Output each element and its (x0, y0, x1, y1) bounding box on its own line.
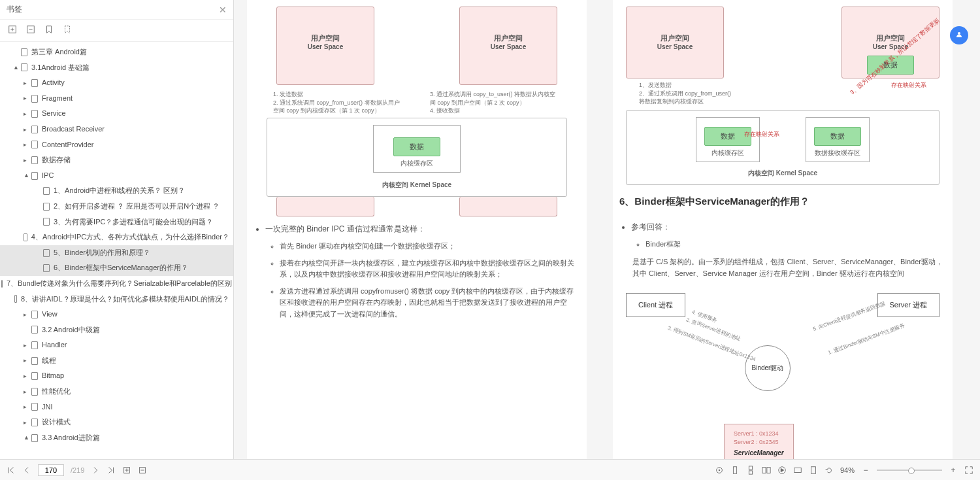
bookmark-item[interactable]: 6、Binder框架中ServiceManager的作用？ (0, 260, 233, 276)
bookmark-item[interactable]: ▸Bitmap (0, 368, 233, 384)
bookmark-item[interactable]: 3、为何需要IPC？多进程通信可能会出现的问题？ (0, 214, 233, 230)
bookmark-item[interactable]: 3.2 Android中级篇 (0, 322, 233, 338)
single-page-icon[interactable] (730, 466, 740, 475)
page-right: 用户空间 User Space 用户空间 User Space 数据 3、因为存… (613, 0, 953, 459)
framework-desc: 是基于 C/S 架构的。由一系列的组件组成，包括 Client、Server、S… (619, 256, 946, 280)
collapse-all-icon[interactable] (26, 25, 35, 36)
bookmark-item[interactable]: 8、讲讲AIDL？原理是什么？如何优化多模块都使用AIDL的情况？ (0, 292, 233, 307)
zoom-value: 94% (840, 466, 855, 474)
bookmark-item[interactable]: ▸Service (0, 106, 233, 122)
svg-rect-10 (767, 467, 770, 473)
fullscreen-icon[interactable] (964, 466, 973, 475)
next-page-icon[interactable] (91, 466, 100, 475)
bookmark-item[interactable]: ▸Handler (0, 337, 233, 353)
zoom-slider[interactable] (877, 470, 942, 471)
sm-entry: Server1 : 0x1234 (734, 430, 784, 438)
userspace-sub: User Space (657, 43, 693, 50)
arrow-label: 5. 向Client进程提供服务返回数据 (811, 300, 886, 332)
userspace-label: 用户空间 (661, 33, 689, 43)
ipc-intro: 一次完整的 Binder IPC 通信过程通常是这样： (265, 223, 580, 235)
bookmark-icon[interactable] (44, 25, 54, 36)
kernel-buffer-label: 内核缓存区 (704, 148, 751, 158)
fit-page-icon[interactable] (809, 466, 818, 475)
page-left: 用户空间 User Space 用户空间 User Space 1. 发送数据 … (247, 0, 587, 459)
recv-buffer-label: 数据接收缓存区 (814, 148, 861, 158)
bookmark-item[interactable]: ▲IPC (0, 168, 233, 184)
kernel-box: 数据 内核缓存区 数据 数据接收缓存区 存在映射关系 内核空间 Kernel S… (626, 110, 939, 185)
sidebar-title: 书签 (7, 4, 22, 15)
userspace-sub: User Space (308, 43, 343, 50)
bookmark-item[interactable]: ▸数据存储 (0, 152, 233, 168)
document-viewport[interactable]: 用户空间 User Space 用户空间 User Space 1. 发送数据 … (234, 0, 980, 459)
svg-rect-13 (811, 466, 815, 473)
sm-label: ServiceManager (734, 449, 784, 458)
binder-framework-label: Binder框架 (645, 239, 946, 250)
diagram-note-left: 1. 发送数据 2. 通过系统调用 copy_from_user() 将数据从用… (273, 90, 404, 115)
bookmark-item[interactable]: ▸设计模式 (0, 415, 233, 430)
bookmark-item[interactable]: ▲3.3 Android进阶篇 (0, 430, 233, 446)
bookmark-item[interactable]: ▸Broadcast Receiver (0, 122, 233, 137)
play-icon[interactable] (777, 466, 787, 475)
fit-width-icon[interactable] (793, 466, 802, 475)
svg-rect-7 (749, 466, 752, 469)
svg-point-5 (719, 470, 720, 471)
data-label: 数据 (814, 127, 861, 146)
svg-rect-12 (794, 468, 802, 472)
userspace-label: 用户空间 (494, 33, 523, 43)
bookmark-item[interactable]: ▸Activity (0, 75, 233, 91)
bookmark-item[interactable]: ▸线程 (0, 353, 233, 369)
bookmark-item[interactable]: 7、Bundle传递对象为什么需要序列化？Serialzable和Parcela… (0, 276, 233, 292)
mapping-annotation: 存在映射关系 (744, 130, 779, 139)
rotate-icon[interactable] (825, 466, 834, 475)
bookmark-item[interactable]: ▸性能优化 (0, 384, 233, 400)
binder-driver-circle: Binder驱动 (745, 345, 791, 391)
ref-answer: 参考回答： (631, 221, 946, 233)
page-input[interactable] (38, 464, 64, 476)
bookmark-item[interactable]: 2、如何开启多进程 ？ 应用是否可以开启N个进程 ？ (0, 199, 233, 214)
bookmark-item[interactable]: ▸ContentProvider (0, 137, 233, 153)
bookmark-item[interactable]: ▸Fragment (0, 91, 233, 107)
section-heading: 6、Binder框架中ServiceManager的作用？ (619, 196, 946, 208)
bookmark-alt-icon[interactable] (63, 25, 72, 36)
bookmark-item[interactable]: 第三章 Android篇 (0, 44, 233, 60)
first-page-icon[interactable] (7, 466, 16, 475)
userspace-label: 用户空间 (876, 33, 905, 43)
view-mode-icon[interactable] (715, 466, 724, 475)
kernel-box: 数据 内核缓存区 内核空间 Kernel Space (267, 118, 567, 197)
last-page-icon[interactable] (106, 466, 116, 475)
arrow-label: 1. 通过Binder驱动向SM中注册服务 (827, 322, 906, 356)
sm-entry: Server2 : 0x2345 (734, 438, 784, 447)
two-page-icon[interactable] (762, 466, 771, 475)
userspace-label: 用户空间 (311, 33, 340, 43)
kernel-buffer-label: 内核缓存区 (393, 159, 440, 168)
bookmark-item[interactable]: 5、Binder机制的作用和原理？ (0, 245, 233, 261)
assistant-float-icon[interactable] (950, 26, 968, 44)
svg-rect-8 (749, 470, 752, 473)
bookmark-item[interactable]: 1、Android中进程和线程的关系？ 区别？ (0, 183, 233, 199)
service-manager-box: Server1 : 0x1234 Server2 : 0x2345 Servic… (724, 424, 794, 459)
zoom-out-icon[interactable]: − (861, 466, 870, 475)
bookmark-item[interactable]: ▸JNI (0, 400, 233, 415)
diagram-note: 1、发送数据 2、通过系统调用 copy_from_user() 将数据复制到内… (639, 81, 770, 106)
zoom-in-page-icon[interactable] (122, 466, 131, 475)
bookmark-item[interactable]: ▸View (0, 307, 233, 322)
diagram-note-right: 3. 通过系统调用 copy_to_user() 将数据从内核空间 copy 到… (430, 90, 561, 115)
data-label: 数据 (393, 137, 440, 156)
zoom-out-page-icon[interactable] (138, 466, 147, 475)
ipc-step: 发送方进程通过系统调用 copyfromuser() 将数据 copy 到内核中… (280, 286, 580, 320)
bookmark-tree: 第三章 Android篇▲3.1Android 基础篇▸Activity▸Fra… (0, 42, 233, 459)
prev-page-icon[interactable] (22, 466, 31, 475)
svg-rect-6 (733, 466, 736, 473)
continuous-icon[interactable] (746, 466, 755, 475)
svg-point-14 (958, 32, 960, 35)
zoom-in-icon[interactable]: + (949, 466, 958, 475)
close-icon[interactable]: ✕ (219, 5, 227, 15)
client-box: Client 进程 (626, 293, 685, 317)
page-total: /219 (71, 466, 84, 474)
ipc-step: 接着在内核空间开辟一块内核缓存区，建立内核缓存区和内核中数据接收缓存区之间的映射… (280, 258, 580, 281)
expand-all-icon[interactable] (8, 25, 17, 36)
bookmark-item[interactable]: 4、Android中IPC方式、各种方式优缺点，为什么选择Binder？ (0, 230, 233, 245)
binder-framework-diagram: Client 进程 Server 进程 Binder驱动 Server1 : 0… (619, 286, 946, 456)
bookmark-item[interactable]: ▲3.1Android 基础篇 (0, 60, 233, 76)
kernel-space-label: 内核空间 Kernel Space (640, 169, 926, 178)
